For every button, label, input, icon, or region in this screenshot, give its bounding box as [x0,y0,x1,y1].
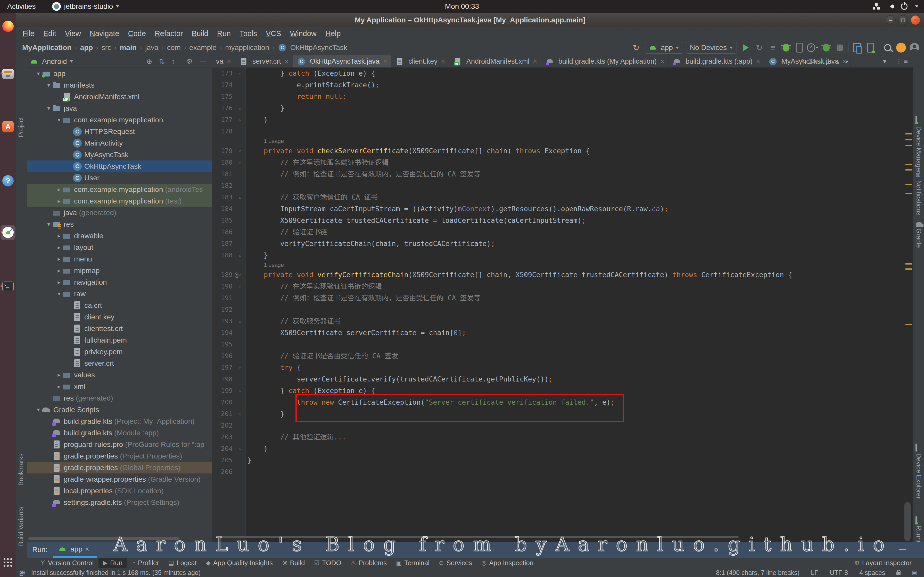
code-line[interactable]: 175 return null; [212,91,901,102]
dock-files-icon[interactable] [2,68,14,80]
fold-collapse-icon[interactable]: ▵ [238,315,241,327]
indent-setting[interactable]: 4 spaces [859,569,885,577]
sidebar-item-bookmarks[interactable]: Bookmarks [17,453,25,485]
warning-stripe-mark[interactable] [905,263,912,264]
sidebar-item-device-manager[interactable]: Device Manager [915,126,922,173]
line-number[interactable]: 175 [212,91,233,102]
notifications-icon[interactable]: ▣ [912,569,917,576]
tree-item[interactable]: server.crt [27,358,212,369]
tree-item[interactable]: ca.crt [27,300,212,311]
code-line[interactable]: 189@▿ private void verifyCertificateChai… [212,269,901,280]
line-number[interactable]: 178 [212,126,233,137]
tree-item[interactable]: MainActivity [27,137,212,149]
line-number[interactable]: 204 [212,443,233,455]
window-title-bar[interactable]: My Application – OkHttpAsyncTask.java [M… [16,13,924,27]
line-number[interactable]: 187 [212,238,233,249]
code-line[interactable]: 197▿ try { [212,362,901,373]
code-line[interactable]: 204▵ } [212,443,901,455]
line-number[interactable]: 197 [212,362,233,373]
device-select[interactable]: No Devices [686,42,737,53]
fold-collapse-icon[interactable]: ▵ [238,443,241,455]
close-icon[interactable]: × [284,58,289,65]
menu-tools[interactable]: Tools [235,29,262,38]
code-line[interactable]: 178 [212,126,901,137]
close-icon[interactable]: × [533,58,537,65]
line-number[interactable]: 191 [212,292,233,304]
run-list-icon[interactable]: ≡ [767,42,779,53]
code-line[interactable]: 181 // 例如：检查证书是否在有效期内，是否由受信任的 CA 签发等 [212,168,901,180]
tree-item[interactable]: OkHttpAsyncTask [27,161,212,172]
line-number[interactable]: 198 [212,373,233,385]
line-number[interactable]: 173 [212,68,233,79]
tab-options-icon[interactable]: ⋮ [896,58,902,65]
chevron-down-icon[interactable]: ▾ [55,117,63,123]
inspections-widget[interactable]: ⚠ 14 ✓ 1 ▴ ▾ [800,58,848,66]
tree-item[interactable]: ▾app [27,68,212,79]
line-number[interactable]: 194 [212,327,233,338]
line-number[interactable]: 193 [212,315,233,327]
sidebar-item-structure[interactable]: Structure [17,571,25,577]
close-icon[interactable]: × [85,545,89,553]
sidebar-item-gradle[interactable]: Gradle [915,229,922,248]
chevron-right-icon[interactable]: ▸ [55,233,63,239]
close-button[interactable]: × [911,15,921,25]
tool-window-button-app-inspection[interactable]: ◎App Inspection [477,558,538,568]
chevron-down-icon[interactable]: ▾ [35,406,42,413]
tree-item[interactable]: ▾java [27,103,212,114]
warning-stripe-mark[interactable] [905,145,912,146]
code-line[interactable]: 177▵ } [212,114,901,126]
line-number[interactable]: 196 [212,350,233,362]
tree-item[interactable]: gradle.properties (Project Properties) [27,450,212,462]
chevron-down-icon[interactable]: ▾ [35,70,42,77]
tree-item[interactable]: ▾raw [27,288,212,300]
usage-hint[interactable]: 1 usage [212,137,901,145]
menu-edit[interactable]: Edit [39,29,61,38]
running-devices-icon[interactable] [864,42,876,53]
code-line[interactable]: 203 // 其他验证逻辑... [212,431,901,443]
line-number[interactable]: 177 [212,114,233,126]
editor-tab[interactable]: AndroidManifest.xml× [449,55,541,68]
line-number[interactable]: 180 [212,156,233,168]
breadcrumb-item[interactable]: OkHttpAsyncTask [278,43,347,52]
dock-terminal-icon[interactable]: ›_ [2,281,14,292]
tree-item[interactable]: MyAsyncTask [27,149,212,161]
tree-item[interactable]: ▸com.example.myapplication (androidTes [27,184,212,195]
chevron-right-icon[interactable]: ▸ [55,279,63,286]
line-number[interactable]: 203 [212,431,233,443]
fold-collapse-icon[interactable]: ▵ [238,385,241,396]
code-line[interactable]: 190▿ // 在这里实现验证证书链的逻辑 [212,280,901,292]
tool-window-button-app-quality-insights[interactable]: ◆App Quality Insights [201,558,278,568]
tree-item[interactable]: ▸mipmap [27,265,212,276]
line-number[interactable]: 184 [212,203,233,214]
breadcrumb-item[interactable]: example [189,44,216,52]
code-line[interactable]: 191 // 例如：检查证书是否在有效期内，是否由受信任的 CA 签发等 [212,292,901,304]
fold-collapse-icon[interactable]: ▵ [238,249,241,261]
line-number[interactable]: 199 [212,385,233,396]
breadcrumb-item[interactable]: com [167,44,181,52]
fold-expand-icon[interactable]: ▿ [238,156,241,168]
tree-item[interactable]: ▸navigation [27,276,212,288]
code-line[interactable]: 194 X509Certificate serverCertificate = … [212,327,901,338]
tree-item[interactable]: build.gradle.kts (Module :app) [27,427,212,439]
tree-item[interactable]: ▸layout [27,242,212,253]
warning-stripe-mark[interactable] [905,193,912,194]
tree-item[interactable]: res (generated) [27,392,212,404]
hidden-tabs-icon[interactable]: ▾ [883,58,886,65]
warning-stripe-mark[interactable] [905,324,912,326]
tree-item[interactable]: build.gradle.kts (Project: My_Applicatio… [27,416,212,427]
lock-icon[interactable] [897,572,901,575]
line-number[interactable]: 185 [212,214,233,226]
editor-tab[interactable]: OkHttpAsyncTask.java× [293,55,391,68]
code-line[interactable]: 206 [212,466,901,477]
code-line[interactable]: 193▵ // 获取服务器证书 [212,315,901,327]
next-problem-icon[interactable]: ▾ [845,58,848,65]
fold-expand-icon[interactable]: ▿ [238,280,241,292]
breadcrumb-item[interactable]: app [80,44,93,52]
ide-update-icon[interactable]: ↑ [895,42,907,53]
close-icon[interactable]: × [756,58,760,65]
line-number[interactable]: 186 [212,226,233,238]
code-line[interactable]: 195 [212,338,901,350]
code-line[interactable]: 183▵ // 获取客户端信任的 CA 证书 [212,192,901,203]
activities-button[interactable]: Activities [7,2,36,11]
warning-stripe-mark[interactable] [905,139,912,140]
